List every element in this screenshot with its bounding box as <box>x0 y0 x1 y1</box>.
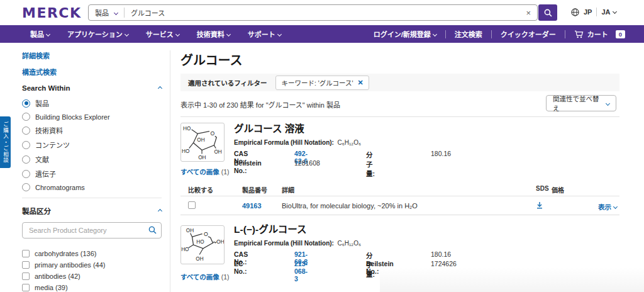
sort-dropdown[interactable]: 関連性で並べ替え <box>546 95 616 111</box>
nav-menu: 製品 アプリケーション サービス 技術資料 サポート <box>0 29 281 39</box>
product-title[interactable]: L-(−)-グルコース <box>234 222 619 235</box>
chevron-down-icon <box>46 32 50 36</box>
svg-text:OH: OH <box>196 256 203 262</box>
applied-filters-label: 適用されているフィルター <box>188 78 267 87</box>
show-prices-button[interactable]: 表示 <box>598 202 617 211</box>
contact-side-tab[interactable]: ご購入・ご相談 <box>0 116 11 168</box>
remove-filter-icon[interactable]: ✕ <box>358 79 364 87</box>
login-register-link[interactable]: ログイン/新規登録 <box>374 29 436 39</box>
search-bar[interactable]: 製品 × <box>88 4 538 21</box>
search-within-option-documents[interactable]: 技術資料 <box>22 125 162 135</box>
locale-divider <box>596 8 597 16</box>
product-info: グルコース 溶液 Empirical Formula (Hill Notatio… <box>234 121 619 135</box>
keyword-filter-chip[interactable]: キーワード: 'グルコース' ✕ <box>275 76 369 90</box>
all-images-link[interactable]: すべての画像 (1) <box>180 272 230 281</box>
structure-search-link[interactable]: 構造式検索 <box>22 67 162 77</box>
nav-divider <box>565 30 565 38</box>
checkbox-icon <box>22 250 30 257</box>
search-within-option-products[interactable]: 製品 <box>22 98 162 108</box>
nav-divider <box>491 30 492 38</box>
nav-item-support[interactable]: サポート <box>248 29 281 39</box>
quick-order-link[interactable]: クイックオーダー <box>501 29 556 39</box>
chevron-down-icon <box>612 9 616 14</box>
table-row: 49163 BioUltra, for molecular biology, ~… <box>180 196 619 215</box>
search-results-main: グルコース 適用されているフィルター キーワード: 'グルコース' ✕ 表示中 … <box>180 50 619 69</box>
structure-image[interactable]: O HO OH OH HO OH <box>180 123 225 162</box>
sidebar-section-divider <box>22 198 162 198</box>
svg-text:HO: HO <box>181 247 189 252</box>
chevron-down-icon <box>433 32 437 36</box>
locale-area: JP JA <box>571 8 616 16</box>
search-input[interactable] <box>125 9 519 16</box>
product-description[interactable]: BioUltra, for molecular biology, ~20% in… <box>282 202 418 210</box>
chevron-up-icon <box>158 208 162 213</box>
product-title[interactable]: グルコース 溶液 <box>234 121 619 135</box>
product-number-link[interactable]: 49163 <box>242 202 262 210</box>
nav-utility: ログイン/新規登録 注文検索 クイックオーダー カート 0 <box>374 29 644 39</box>
page: MERCK 製品 × JP JA <box>0 0 644 292</box>
language-dropdown[interactable]: JA <box>601 8 616 16</box>
sidebar-divider <box>170 50 170 292</box>
nav-item-documents[interactable]: 技術資料 <box>197 29 230 39</box>
search-clear-icon[interactable]: × <box>519 8 537 18</box>
cart-icon <box>574 30 584 38</box>
merck-logo[interactable]: MERCK <box>22 5 82 21</box>
search-icon <box>544 9 552 17</box>
search-within-option-chromatograms[interactable]: Chromatograms <box>22 183 162 191</box>
results-count-text: 表示中 1-30 of 230 結果 for "グルコース" within 製品 <box>180 99 340 110</box>
sort-dropdown-label: 関連性で並べ替え <box>553 94 604 113</box>
empirical-formula: Empirical Formula (Hill Notation): C₆H₁₂… <box>234 139 361 146</box>
advanced-search-link[interactable]: 詳細検索 <box>22 50 162 60</box>
product-info: L-(−)-グルコース Empirical Formula (Hill Nota… <box>234 222 619 235</box>
svg-text:OH: OH <box>186 228 194 233</box>
sds-download-icon[interactable] <box>536 201 543 209</box>
ec-number-link[interactable]: 213-068-3 <box>294 260 308 283</box>
search-within-option-papers[interactable]: 文献 <box>22 154 162 164</box>
chevron-down-icon <box>226 32 231 36</box>
contact-side-tab-label: ご購入・ご相談 <box>2 121 9 164</box>
cart-button[interactable]: カート 0 <box>574 29 625 39</box>
category-checkbox-primary-antibodies[interactable]: primary antibodies (44) <box>22 261 162 269</box>
svg-text:OH: OH <box>197 137 204 143</box>
category-checkbox-media[interactable]: media (39) <box>22 284 162 291</box>
page-title: グルコース <box>180 50 619 69</box>
category-checkbox-carbohydrates[interactable]: carbohydrates (136) <box>22 250 162 257</box>
compare-checkbox[interactable] <box>188 201 196 209</box>
svg-text:OH: OH <box>214 149 221 155</box>
nav-item-applications[interactable]: アプリケーション <box>67 29 128 39</box>
bottom-shade <box>380 267 644 292</box>
checkbox-icon <box>22 284 30 291</box>
search-scope-dropdown[interactable]: 製品 <box>89 8 124 18</box>
search-within-option-bbe[interactable]: Building Blocks Explorer <box>22 113 162 121</box>
nav-item-services[interactable]: サービス <box>146 29 179 39</box>
category-search-input[interactable] <box>22 222 162 239</box>
checkbox-icon <box>22 261 30 269</box>
search-within-option-genes[interactable]: 遺伝子 <box>22 169 162 179</box>
filters-sidebar: 詳細検索 構造式検索 Search Within 製品 Building Blo… <box>22 50 162 292</box>
main-navbar: 製品 アプリケーション サービス 技術資料 サポート ログイン/新規登録 注文検… <box>0 25 644 43</box>
cart-label: カート <box>587 29 608 39</box>
radio-icon <box>22 183 30 191</box>
chevron-up-icon <box>158 86 162 90</box>
radio-icon <box>22 126 30 135</box>
svg-text:O: O <box>204 231 208 237</box>
all-images-link[interactable]: すべての画像 (1) <box>180 167 230 176</box>
order-search-link[interactable]: 注文検索 <box>455 29 482 39</box>
search-within-option-content[interactable]: コンテンツ <box>22 140 162 150</box>
product-category-header[interactable]: 製品区分 <box>22 206 162 216</box>
search-within-header[interactable]: Search Within <box>22 84 162 92</box>
structure-image[interactable]: O OH HO OH HO OH <box>180 225 225 264</box>
svg-text:HO: HO <box>196 239 204 245</box>
cart-count-badge: 0 <box>616 30 625 38</box>
search-icon <box>148 226 157 234</box>
category-checkbox-antibodies[interactable]: antibodies (42) <box>22 272 162 280</box>
search-button[interactable] <box>538 4 557 21</box>
nav-item-products[interactable]: 製品 <box>30 29 50 39</box>
variants-table: 比較する 製品番号 詳細 SDS 価格 49163 BioUltra, for … <box>180 182 619 215</box>
radio-icon <box>22 155 30 164</box>
svg-text:O: O <box>211 130 215 137</box>
region-label[interactable]: JP <box>584 8 592 16</box>
radio-icon <box>22 141 30 149</box>
radio-icon <box>22 170 30 178</box>
chevron-down-icon <box>277 32 282 36</box>
